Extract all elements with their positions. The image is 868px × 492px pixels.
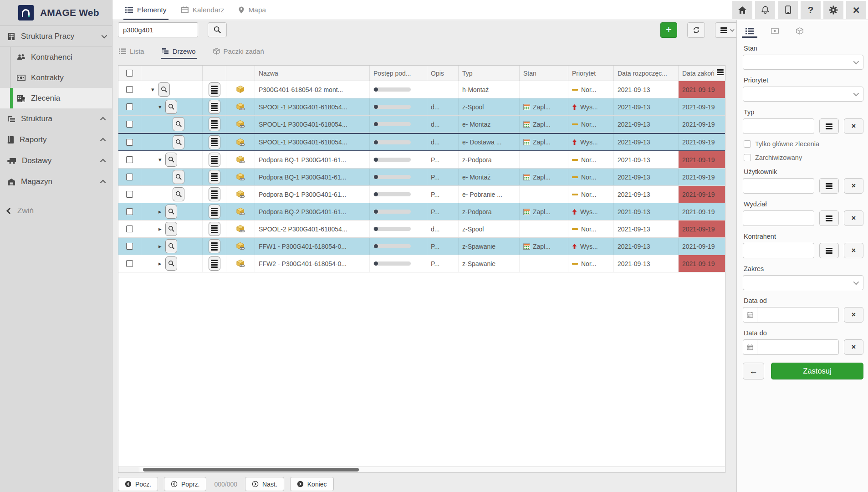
row-checkbox[interactable] — [126, 226, 133, 232]
row-detail-button[interactable] — [165, 222, 177, 236]
row-menu-button[interactable] — [209, 82, 220, 97]
expander-icon[interactable]: ▾ — [158, 156, 165, 163]
tab-kalendarz[interactable]: Kalendarz — [179, 0, 226, 20]
department-clear-button[interactable]: × — [844, 210, 863, 226]
contractor-input[interactable] — [743, 243, 814, 258]
row-detail-button[interactable] — [173, 187, 184, 201]
expander-icon[interactable]: ▸ — [158, 243, 165, 250]
notifications-button[interactable] — [755, 1, 775, 19]
date-from-clear-button[interactable]: × — [844, 307, 863, 323]
horizontal-scrollbar[interactable] — [118, 466, 725, 472]
prev-page-button[interactable]: Poprz. — [164, 477, 206, 491]
tab-lista[interactable]: Lista — [118, 44, 145, 58]
scrollbar-thumb[interactable] — [143, 468, 359, 472]
sidebar-item-zlecenia[interactable]: Zlecenia — [0, 88, 112, 108]
sidebar-collapse-button[interactable]: Zwiń — [0, 200, 112, 221]
column-settings-button[interactable] — [717, 69, 724, 75]
row-menu-button[interactable] — [209, 256, 220, 271]
row-menu-button[interactable] — [209, 100, 220, 114]
row-detail-button[interactable] — [165, 153, 177, 167]
row-checkbox[interactable] — [126, 191, 133, 198]
department-input[interactable] — [743, 210, 814, 226]
row-menu-button[interactable] — [209, 117, 220, 131]
close-button[interactable]: × — [846, 1, 866, 19]
sidebar-item-magazyn[interactable]: Magazyn — [0, 171, 112, 192]
last-page-button[interactable]: Koniec — [290, 477, 334, 491]
actions-menu-button[interactable] — [715, 22, 739, 38]
date-to-input[interactable] — [757, 340, 838, 354]
row-checkbox[interactable] — [126, 174, 133, 180]
table-row[interactable]: ▸ SPOOL-2 P300G401-618054... d... — [118, 220, 725, 238]
next-page-button[interactable]: Nast. — [245, 477, 284, 491]
help-button[interactable]: ? — [801, 1, 821, 19]
row-menu-button[interactable] — [209, 222, 220, 236]
row-detail-button[interactable] — [158, 82, 170, 97]
row-checkbox[interactable] — [126, 121, 133, 128]
column-header-nazwa[interactable]: Nazwa — [255, 66, 370, 81]
row-detail-button[interactable] — [165, 205, 177, 219]
row-detail-button[interactable] — [173, 135, 184, 149]
row-detail-button[interactable] — [173, 170, 184, 184]
row-checkbox[interactable] — [126, 208, 133, 215]
expander-icon[interactable]: ▸ — [158, 260, 165, 267]
row-checkbox[interactable] — [126, 103, 133, 110]
table-row[interactable]: ▸ FFW1 - P300G401-618054-0... P... — [118, 238, 725, 255]
search-button[interactable] — [208, 22, 227, 37]
sidebar-item-kontrahenci[interactable]: Kontrahenci — [0, 47, 112, 67]
tab-drzewo[interactable]: Drzewo — [161, 44, 197, 58]
priorytet-select[interactable] — [743, 87, 863, 102]
row-checkbox[interactable] — [126, 86, 133, 93]
typ-clear-button[interactable]: × — [844, 118, 863, 134]
add-button[interactable]: + — [660, 22, 677, 38]
collapse-filters-button[interactable]: ← — [743, 363, 764, 379]
department-picker-button[interactable] — [819, 210, 839, 226]
contractor-clear-button[interactable]: × — [844, 243, 863, 258]
row-checkbox[interactable] — [126, 243, 133, 250]
row-detail-button[interactable] — [165, 100, 177, 114]
typ-input[interactable] — [743, 118, 814, 134]
search-input[interactable] — [118, 22, 198, 37]
sidebar-item-kontrakty[interactable]: Kontrakty — [0, 67, 112, 88]
row-menu-button[interactable] — [209, 135, 220, 149]
tab-paczki-zadan[interactable]: Paczki zadań — [212, 44, 265, 58]
expander-icon[interactable]: ▾ — [158, 103, 165, 110]
row-menu-button[interactable] — [209, 170, 220, 184]
table-row[interactable]: ▾ Podpora BQ-1 P300G401-61... P... — [118, 151, 725, 169]
table-row[interactable]: SPOOL-1 P300G401-618054... d... e- Monta… — [118, 116, 725, 133]
sidebar-item-struktura[interactable]: Struktura — [0, 108, 112, 129]
row-detail-button[interactable] — [165, 239, 177, 253]
row-checkbox[interactable] — [126, 260, 133, 267]
column-header-stan[interactable]: Stan — [520, 66, 568, 81]
apply-button[interactable]: Zastosuj — [771, 363, 863, 379]
range-select[interactable] — [743, 275, 863, 290]
first-page-button[interactable]: Pocz. — [118, 477, 158, 491]
typ-picker-button[interactable] — [819, 118, 839, 134]
column-header-opis[interactable]: Opis — [427, 66, 459, 81]
date-to-clear-button[interactable]: × — [844, 339, 863, 355]
row-menu-button[interactable] — [209, 205, 220, 219]
column-header-postep[interactable]: Postęp pod... — [370, 66, 427, 81]
expander-icon[interactable]: ▸ — [158, 226, 165, 232]
refresh-button[interactable] — [687, 22, 705, 38]
home-button[interactable] — [732, 1, 752, 19]
user-picker-button[interactable] — [819, 178, 839, 194]
table-row[interactable]: ▾ SPOOL-1 P300G401-618054... d... — [118, 98, 725, 116]
settings-button[interactable] — [823, 1, 843, 19]
column-header-priorytet[interactable]: Priorytet — [568, 66, 614, 81]
filter-tab-list[interactable] — [743, 24, 756, 38]
select-all-checkbox[interactable] — [126, 70, 133, 77]
archived-checkbox[interactable]: Zarchiwizowany — [744, 154, 863, 161]
sidebar-item-dostawy[interactable]: Dostawy — [0, 150, 112, 171]
column-header-data-rozpoczecia[interactable]: Data rozpoczęc... — [614, 66, 679, 81]
row-menu-button[interactable] — [209, 239, 220, 253]
column-header-typ[interactable]: Typ — [459, 66, 520, 81]
row-checkbox[interactable] — [126, 139, 133, 146]
mobile-button[interactable] — [778, 1, 798, 19]
stan-select[interactable] — [743, 55, 863, 70]
sidebar-item-struktura-pracy[interactable]: Struktura Pracy — [0, 26, 112, 47]
table-row[interactable]: ▸ FFW2 - P300G401-618054-0... P... — [118, 255, 725, 272]
date-from-input[interactable] — [757, 308, 838, 322]
filter-tab-packages[interactable] — [793, 24, 806, 38]
contractor-picker-button[interactable] — [819, 243, 839, 258]
tab-mapa[interactable]: Mapa — [237, 0, 268, 20]
